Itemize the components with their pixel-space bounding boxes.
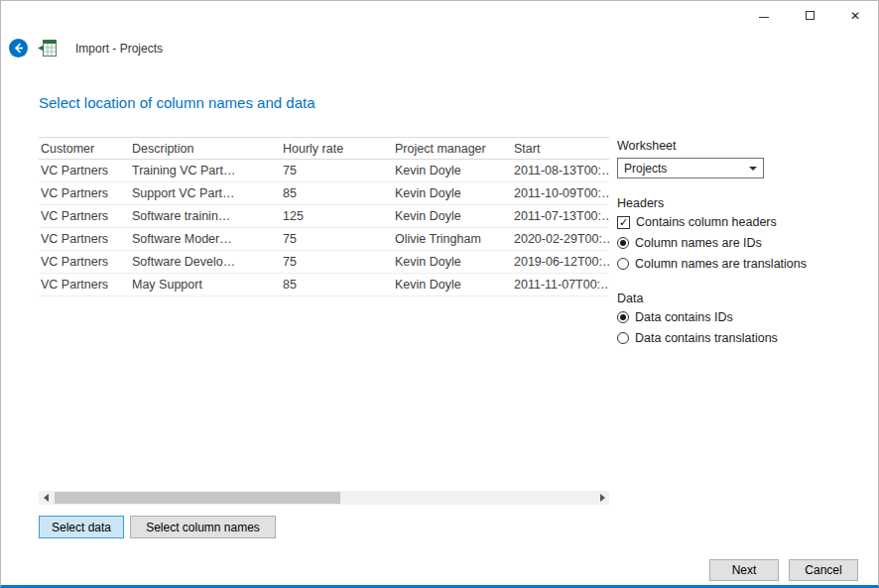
radio-column-names-are-translations[interactable]: Column names are translations <box>617 257 871 271</box>
table-cell: 85 <box>281 186 393 200</box>
table-cell: Support VC Part… <box>130 186 281 200</box>
scrollbar-thumb[interactable] <box>55 492 340 504</box>
radio-unselected-icon <box>617 332 629 344</box>
titlebar: ✕ <box>1 1 878 31</box>
table-cell: Software Develo… <box>130 255 281 269</box>
table-cell: 75 <box>281 255 393 269</box>
minimize-icon <box>759 17 769 18</box>
preview-table: CustomerDescriptionHourly rateProject ma… <box>39 137 609 296</box>
column-header-hourly-rate[interactable]: Hourly rate <box>281 142 393 156</box>
radio-label: Data contains IDs <box>635 310 733 324</box>
column-header-customer[interactable]: Customer <box>39 142 130 156</box>
table-cell: VC Partners <box>39 232 130 246</box>
table-cell: 125 <box>281 209 393 223</box>
table-cell: 2019-06-12T00:… <box>512 255 609 269</box>
chevron-down-icon <box>749 167 757 171</box>
table-cell: Kevin Doyle <box>393 164 512 177</box>
radio-column-names-are-ids[interactable]: Column names are IDs <box>617 236 871 250</box>
table-cell: Kevin Doyle <box>393 186 512 200</box>
table-cell: 85 <box>281 278 393 292</box>
column-header-project-manager[interactable]: Project manager <box>393 142 512 156</box>
table-cell: 2011-08-13T00:… <box>512 164 609 177</box>
radio-selected-icon <box>617 237 629 249</box>
data-label: Data <box>617 292 871 305</box>
column-header-description[interactable]: Description <box>130 142 281 156</box>
table-cell: VC Partners <box>39 278 130 292</box>
maximize-icon <box>806 11 815 20</box>
table-cell: Kevin Doyle <box>393 255 512 269</box>
radio-selected-icon <box>617 311 629 323</box>
table-cell: VC Partners <box>39 255 130 269</box>
column-header-start[interactable]: Start <box>512 142 609 156</box>
table-row[interactable]: VC PartnersTraining VC Part…75Kevin Doyl… <box>39 160 609 182</box>
minimize-button[interactable] <box>741 1 787 30</box>
worksheet-dropdown[interactable]: Projects <box>617 158 764 178</box>
select-column-names-button[interactable]: Select column names <box>130 516 276 538</box>
table-cell: Kevin Doyle <box>393 209 512 223</box>
table-cell: Software Moder… <box>130 232 281 246</box>
checkbox-checked-icon: ✓ <box>617 216 630 229</box>
radio-label: Column names are IDs <box>635 236 762 250</box>
table-cell: VC Partners <box>39 186 130 200</box>
table-cell: VC Partners <box>39 164 130 177</box>
back-button[interactable] <box>9 39 28 58</box>
table-cell: Software trainin… <box>130 209 281 223</box>
radio-data-contains-ids[interactable]: Data contains IDs <box>617 310 871 324</box>
import-wizard-window: ✕ Import - Projects Select location of c… <box>0 0 879 588</box>
table-row[interactable]: VC PartnersSoftware trainin…125Kevin Doy… <box>39 205 609 228</box>
table-cell: 2020-02-29T00:… <box>512 232 609 246</box>
scroll-left-icon <box>44 494 49 502</box>
close-button[interactable]: ✕ <box>832 1 878 30</box>
table-cell: 2011-07-13T00:… <box>512 209 609 223</box>
scroll-left-button[interactable] <box>39 491 53 505</box>
table-cell: VC Partners <box>39 209 130 223</box>
next-button[interactable]: Next <box>709 559 779 581</box>
table-body: VC PartnersTraining VC Part…75Kevin Doyl… <box>39 160 609 296</box>
table-cell: 2011-11-07T00:… <box>512 278 609 292</box>
table-cell: Olivie Tringham <box>393 232 512 246</box>
section-heading: Select location of column names and data <box>39 94 315 111</box>
table-cell: 2011-10-09T00:… <box>512 186 609 200</box>
page-title: Import - Projects <box>75 42 163 56</box>
select-data-button[interactable]: Select data <box>39 516 124 538</box>
table-row[interactable]: VC PartnersSupport VC Part…85Kevin Doyle… <box>39 182 609 205</box>
worksheet-dropdown-value: Projects <box>624 162 749 176</box>
horizontal-scrollbar[interactable] <box>39 491 609 505</box>
checkbox-label: Contains column headers <box>636 215 777 229</box>
table-row[interactable]: VC PartnersMay Support85Kevin Doyle2011-… <box>39 274 609 296</box>
table-header-row: CustomerDescriptionHourly rateProject ma… <box>39 137 609 160</box>
table-cell: Training VC Part… <box>130 164 281 177</box>
table-cell: Kevin Doyle <box>393 278 512 292</box>
headers-label: Headers <box>617 196 871 210</box>
table-cell: 75 <box>281 164 393 177</box>
radio-label: Data contains translations <box>635 331 778 345</box>
table-row[interactable]: VC PartnersSoftware Develo…75Kevin Doyle… <box>39 251 609 274</box>
radio-label: Column names are translations <box>635 257 807 271</box>
scroll-right-button[interactable] <box>595 491 609 505</box>
checkbox-contains-column-headers[interactable]: ✓ Contains column headers <box>617 215 871 229</box>
table-cell: May Support <box>130 278 281 292</box>
scrollbar-track[interactable] <box>53 491 595 505</box>
table-cell: 75 <box>281 232 393 246</box>
import-spreadsheet-icon <box>38 39 58 58</box>
options-panel: Worksheet Projects Headers ✓ Contains co… <box>617 139 871 352</box>
worksheet-label: Worksheet <box>617 139 871 153</box>
radio-unselected-icon <box>617 258 629 270</box>
scroll-right-icon <box>600 494 605 502</box>
close-icon: ✕ <box>850 9 860 23</box>
cancel-button[interactable]: Cancel <box>789 559 858 581</box>
maximize-button[interactable] <box>787 1 832 30</box>
radio-data-contains-translations[interactable]: Data contains translations <box>617 331 871 345</box>
back-arrow-icon <box>13 43 24 54</box>
table-row[interactable]: VC PartnersSoftware Moder…75Olivie Tring… <box>39 228 609 251</box>
